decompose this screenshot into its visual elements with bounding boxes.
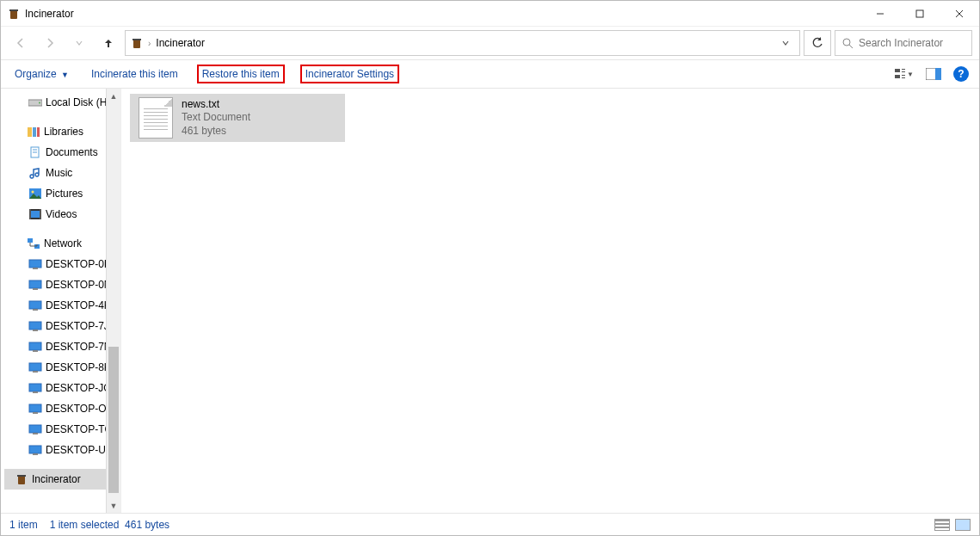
- search-box[interactable]: [835, 30, 972, 56]
- svg-rect-1: [9, 9, 18, 11]
- svg-rect-15: [902, 77, 905, 78]
- svg-rect-32: [28, 238, 33, 243]
- nav-host[interactable]: DESKTOP-7M: [4, 336, 106, 357]
- incinerator-settings-button[interactable]: Incinerator Settings: [300, 65, 399, 83]
- navigation-pane[interactable]: Local Disk (Hˆ Libraries Documents Music…: [1, 89, 121, 513]
- scroll-thumb[interactable]: [108, 347, 119, 493]
- file-item-selected[interactable]: news.txt Text Document 461 bytes: [130, 94, 345, 142]
- svg-rect-39: [29, 280, 41, 288]
- svg-point-27: [32, 191, 34, 194]
- svg-point-19: [39, 102, 40, 104]
- svg-rect-51: [29, 404, 41, 412]
- search-input[interactable]: [859, 37, 965, 49]
- computer-icon: [28, 381, 42, 395]
- nav-host[interactable]: DESKTOP-4KS: [4, 295, 106, 316]
- maximize-button[interactable]: [900, 1, 940, 27]
- address-dropdown-button[interactable]: [777, 39, 794, 47]
- thumbnails-view-button[interactable]: [955, 519, 971, 531]
- svg-rect-46: [33, 350, 38, 352]
- details-view-button[interactable]: [934, 519, 950, 531]
- drive-icon: [28, 95, 42, 109]
- nav-tree: Local Disk (Hˆ Libraries Documents Music…: [1, 90, 106, 491]
- nav-network[interactable]: Network: [4, 233, 106, 254]
- svg-rect-3: [916, 10, 923, 17]
- help-button[interactable]: ?: [953, 66, 969, 82]
- computer-icon: [28, 278, 42, 292]
- nav-music[interactable]: Music: [4, 163, 106, 183]
- svg-rect-50: [33, 391, 38, 393]
- nav-pictures[interactable]: Pictures: [4, 183, 106, 204]
- svg-rect-45: [29, 342, 41, 350]
- incinerator-app-icon: [8, 8, 20, 20]
- breadcrumb-current[interactable]: Incinerator: [156, 37, 205, 49]
- scroll-down-button[interactable]: ▼: [107, 498, 120, 513]
- organize-menu[interactable]: Organize ▼: [11, 66, 72, 82]
- svg-rect-11: [895, 75, 900, 78]
- svg-rect-56: [33, 453, 38, 455]
- close-button[interactable]: [940, 1, 979, 27]
- content-pane[interactable]: news.txt Text Document 461 bytes: [121, 89, 979, 513]
- titlebar: Incinerator: [1, 1, 979, 27]
- nav-host[interactable]: DESKTOP-OA: [4, 398, 106, 419]
- svg-rect-6: [133, 40, 140, 48]
- scroll-up-button[interactable]: ▲: [107, 89, 120, 103]
- pictures-icon: [28, 187, 42, 200]
- file-type: Text Document: [182, 111, 250, 125]
- nav-host[interactable]: DESKTOP-8KI: [4, 357, 106, 378]
- nav-local-disk[interactable]: Local Disk (Hˆ: [4, 92, 106, 113]
- status-selected-count: 1 item selected: [50, 519, 120, 531]
- nav-item-label: Pictures: [46, 188, 83, 200]
- nav-videos[interactable]: Videos: [4, 204, 106, 225]
- svg-rect-31: [40, 209, 41, 219]
- svg-rect-44: [33, 330, 38, 331]
- svg-rect-48: [33, 371, 38, 373]
- file-name: news.txt: [182, 98, 250, 112]
- nav-item-label: DESKTOP-TQ: [46, 423, 106, 435]
- recent-dropdown-button[interactable]: [66, 30, 92, 56]
- minimize-button[interactable]: [860, 1, 900, 27]
- nav-incinerator[interactable]: Incinerator: [4, 469, 106, 490]
- svg-point-8: [843, 39, 850, 46]
- svg-rect-12: [902, 69, 905, 70]
- documents-icon: [28, 145, 42, 159]
- restore-item-button[interactable]: Restore this item: [197, 65, 285, 83]
- view-options-button[interactable]: ▼: [895, 65, 914, 83]
- command-bar: Organize ▼ Incinerate this item Restore …: [1, 59, 979, 89]
- address-row: › Incinerator: [1, 27, 979, 59]
- up-button[interactable]: [96, 30, 121, 56]
- svg-rect-13: [902, 71, 905, 72]
- nav-host[interactable]: DESKTOP-TQ: [4, 419, 106, 440]
- preview-pane-button[interactable]: [924, 65, 943, 83]
- nav-host[interactable]: DESKTOP-JOI: [4, 378, 106, 398]
- explorer-window: Incinerator › Incinerator Organize ▼ Inc…: [0, 0, 980, 536]
- search-icon: [842, 38, 854, 49]
- nav-host[interactable]: DESKTOP-0IT: [4, 254, 106, 274]
- address-bar[interactable]: › Incinerator: [125, 30, 800, 56]
- svg-rect-49: [29, 384, 41, 391]
- status-selected-size: 461 bytes: [125, 519, 169, 531]
- nav-libraries[interactable]: Libraries: [4, 121, 106, 142]
- nav-host[interactable]: DESKTOP-0N: [4, 274, 106, 295]
- file-metadata: news.txt Text Document 461 bytes: [182, 98, 250, 139]
- nav-item-label: DESKTOP-7J6: [46, 320, 106, 332]
- svg-rect-54: [33, 433, 38, 434]
- back-button[interactable]: [8, 30, 34, 56]
- videos-icon: [28, 207, 42, 221]
- nav-item-label: DESKTOP-UI6: [46, 444, 106, 456]
- nav-host[interactable]: DESKTOP-7J6: [4, 316, 106, 336]
- computer-icon: [28, 443, 42, 457]
- forward-button[interactable]: [37, 30, 63, 56]
- incinerate-item-button[interactable]: Incinerate this item: [88, 66, 182, 82]
- chevron-down-icon: ▼: [907, 71, 914, 78]
- nav-item-label: DESKTOP-4KS: [46, 299, 106, 311]
- nav-host[interactable]: DESKTOP-UI6: [4, 440, 106, 460]
- nav-item-label: DESKTOP-JOI: [46, 382, 106, 394]
- svg-rect-0: [10, 10, 17, 19]
- refresh-button[interactable]: [804, 30, 831, 56]
- nav-scrollbar[interactable]: ▲ ▼: [106, 89, 120, 513]
- svg-rect-43: [29, 322, 41, 330]
- nav-documents[interactable]: Documents: [4, 142, 106, 163]
- explorer-body: Local Disk (Hˆ Libraries Documents Music…: [1, 89, 979, 513]
- network-icon: [27, 237, 40, 250]
- computer-icon: [28, 340, 42, 354]
